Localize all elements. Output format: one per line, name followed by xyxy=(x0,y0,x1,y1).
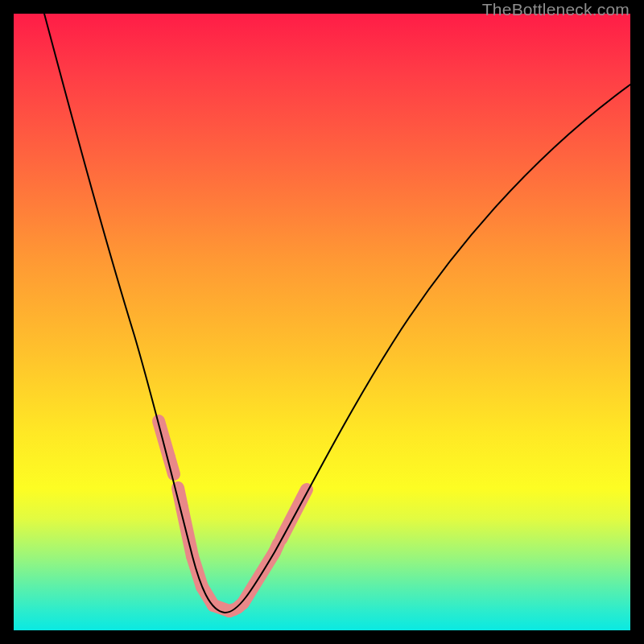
watermark-text: TheBottleneck.com xyxy=(482,0,630,19)
bottleneck-curve xyxy=(44,14,630,613)
chart-gradient-frame xyxy=(14,14,630,630)
highlight-segments xyxy=(159,421,307,611)
bottleneck-plot xyxy=(14,14,630,630)
